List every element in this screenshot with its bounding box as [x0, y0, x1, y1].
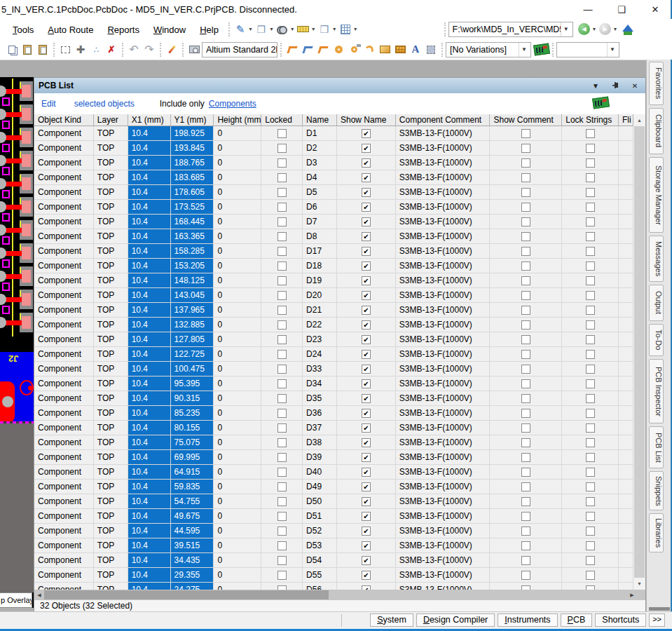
sidebar-tab-favorites[interactable]: Favorites — [649, 62, 664, 105]
cell-name[interactable]: D38 — [303, 435, 337, 449]
cell-y1[interactable]: 148.125 — [171, 273, 214, 287]
cell-component-comment[interactable]: S3MB-13-F(1000V) — [396, 406, 491, 420]
cell-flipped[interactable] — [619, 215, 633, 229]
cell-locked[interactable] — [261, 406, 303, 420]
cell-show-name[interactable]: ✔ — [337, 480, 396, 494]
cell-x1[interactable]: 10.4 — [128, 318, 171, 332]
cell-y1[interactable]: 54.755 — [171, 494, 214, 508]
place-arc-icon[interactable] — [362, 42, 377, 57]
cell-lock-strings[interactable] — [562, 465, 619, 479]
cell-layer[interactable]: TOP — [94, 553, 128, 567]
cell-show-name[interactable]: ✔ — [337, 465, 396, 479]
column-header-object-kind[interactable]: Object Kind — [34, 114, 94, 125]
multi-routing-icon[interactable] — [315, 42, 331, 57]
cell-lock-strings[interactable] — [562, 524, 619, 538]
cell-component-comment[interactable]: S3MB-13-F(1000V) — [396, 509, 491, 523]
cell-object-kind[interactable]: Component — [34, 141, 94, 155]
cell-layer[interactable]: TOP — [94, 524, 128, 538]
column-header-lock-strings[interactable]: Lock Strings — [562, 114, 619, 125]
paste-icon[interactable] — [20, 42, 35, 57]
cell-show-name-checkbox[interactable]: ✔ — [362, 438, 371, 447]
cell-show-name-checkbox[interactable]: ✔ — [362, 350, 371, 359]
cell-show-comment[interactable] — [490, 244, 562, 258]
cell-show-name[interactable]: ✔ — [337, 303, 396, 317]
copy-icon[interactable] — [4, 42, 20, 57]
cell-show-name[interactable]: ✔ — [337, 391, 396, 405]
cell-locked-checkbox[interactable] — [277, 129, 287, 138]
scroll-left-icon[interactable]: ◀ — [34, 590, 44, 600]
cell-height[interactable]: 0 — [214, 185, 261, 199]
table-row[interactable]: ComponentTOP10.429.3550D55✔S3MB-13-F(100… — [34, 568, 633, 583]
cell-lock-strings[interactable] — [562, 450, 619, 464]
cell-height[interactable]: 0 — [214, 126, 261, 140]
cell-component-comment[interactable]: S3MB-13-F(1000V) — [396, 303, 491, 317]
panel-close-icon[interactable]: ✕ — [630, 82, 640, 90]
variations-caret[interactable]: ▼ — [519, 43, 529, 57]
cell-object-kind[interactable]: Component — [34, 288, 94, 302]
table-row[interactable]: ComponentTOP10.480.1550D37✔S3MB-13-F(100… — [34, 421, 633, 435]
cell-height[interactable]: 0 — [214, 303, 261, 317]
menu-auto-route[interactable]: Auto Route — [41, 22, 100, 38]
cell-flipped[interactable] — [619, 318, 633, 332]
table-row[interactable]: ComponentTOP10.4183.6850D4✔S3MB-13-F(100… — [34, 170, 633, 185]
cell-name[interactable]: D36 — [303, 406, 337, 420]
cell-object-kind[interactable]: Component — [34, 156, 94, 170]
cell-show-name-checkbox[interactable]: ✔ — [362, 291, 371, 300]
cell-show-name-checkbox[interactable]: ✔ — [362, 217, 371, 226]
column-header-name[interactable]: Name — [303, 114, 337, 125]
cell-show-comment[interactable] — [490, 376, 562, 391]
cell-layer[interactable]: TOP — [94, 568, 128, 582]
cell-x1[interactable]: 10.4 — [128, 303, 171, 317]
cell-show-comment-checkbox[interactable] — [521, 247, 530, 256]
cell-locked-checkbox[interactable] — [277, 379, 287, 388]
place-pad-icon[interactable] — [331, 42, 346, 57]
cell-height[interactable]: 0 — [214, 450, 261, 464]
cell-locked-checkbox[interactable] — [277, 453, 287, 462]
cell-object-kind[interactable]: Component — [34, 553, 94, 567]
cell-component-comment[interactable]: S3MB-13-F(1000V) — [396, 583, 491, 590]
cell-height[interactable]: 0 — [214, 288, 261, 302]
cell-component-comment[interactable]: S3MB-13-F(1000V) — [396, 524, 491, 538]
cell-show-comment-checkbox[interactable] — [521, 453, 530, 462]
cell-locked-checkbox[interactable] — [277, 262, 287, 271]
cell-show-comment[interactable] — [490, 362, 562, 376]
cell-locked[interactable] — [261, 332, 303, 346]
column-header-show-name[interactable]: Show Name — [337, 114, 396, 125]
cell-name[interactable]: D23 — [303, 332, 337, 346]
cell-lock-strings-checkbox[interactable] — [586, 350, 595, 359]
cell-name[interactable]: D7 — [303, 215, 337, 229]
cell-lock-strings[interactable] — [562, 259, 619, 273]
cell-show-name[interactable]: ✔ — [337, 376, 396, 391]
vertical-scroll-thumb[interactable] — [634, 126, 645, 578]
cell-show-comment-checkbox[interactable] — [521, 320, 530, 330]
cell-object-kind[interactable]: Component — [34, 509, 94, 523]
cell-component-comment[interactable]: S3MB-13-F(1000V) — [396, 185, 491, 199]
cell-x1[interactable]: 10.4 — [128, 421, 171, 435]
measure-dropdown[interactable]: ▼ — [311, 27, 316, 32]
cell-height[interactable]: 0 — [214, 347, 261, 361]
cell-lock-strings-checkbox[interactable] — [586, 203, 595, 212]
table-row[interactable]: ComponentTOP10.454.7550D50✔S3MB-13-F(100… — [34, 494, 633, 509]
cell-lock-strings-checkbox[interactable] — [586, 173, 595, 182]
cell-height[interactable]: 0 — [214, 156, 261, 170]
cell-flipped[interactable] — [619, 406, 633, 420]
cell-component-comment[interactable]: S3MB-13-F(1000V) — [396, 347, 491, 361]
cell-x1[interactable]: 10.4 — [128, 524, 171, 538]
cell-name[interactable]: D24 — [303, 347, 337, 361]
cell-layer[interactable]: TOP — [94, 288, 128, 302]
cell-x1[interactable]: 10.4 — [128, 244, 171, 258]
cell-locked[interactable] — [261, 538, 303, 552]
cell-height[interactable]: 0 — [214, 200, 261, 214]
cell-flipped[interactable] — [619, 200, 633, 214]
cell-layer[interactable]: TOP — [94, 200, 128, 214]
cell-flipped[interactable] — [619, 156, 633, 170]
cell-show-name-checkbox[interactable]: ✔ — [362, 527, 371, 536]
cell-show-name[interactable]: ✔ — [337, 126, 396, 140]
cell-x1[interactable]: 10.4 — [128, 288, 171, 302]
cell-name[interactable]: D55 — [303, 568, 337, 582]
table-row[interactable]: ComponentTOP10.4198.9250D1✔S3MB-13-F(100… — [34, 126, 633, 141]
cell-show-comment-checkbox[interactable] — [521, 365, 530, 374]
cell-layer[interactable]: TOP — [94, 229, 128, 243]
cell-flipped[interactable] — [619, 480, 633, 494]
cell-show-name-checkbox[interactable]: ✔ — [362, 541, 371, 550]
